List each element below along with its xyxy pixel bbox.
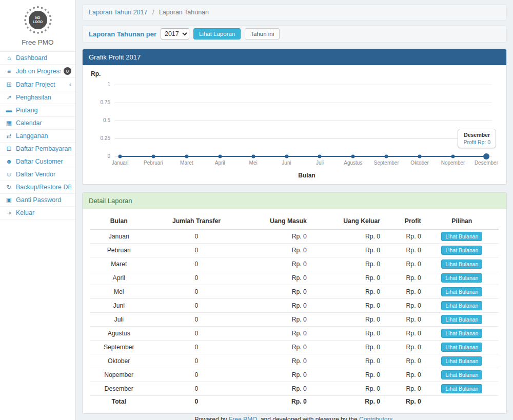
cell-profit: Rp. 0	[384, 354, 425, 368]
chart-point-juli[interactable]	[318, 155, 322, 158]
sidebar-item-daftar-customer[interactable]: ☻ Daftar Customer	[0, 155, 75, 168]
total-keluar: Rp. 0	[311, 396, 384, 408]
lihat-bulanan-button[interactable]: Lihat Bulanan	[441, 232, 482, 241]
lihat-laporan-button[interactable]: Lihat Laporan	[193, 28, 241, 39]
gridline	[114, 85, 492, 85]
cell-bulan: Maret	[90, 257, 147, 271]
table-row: Januari0Rp. 0Rp. 0Rp. 0Lihat Bulanan	[90, 229, 499, 244]
sidebar-item-penghasilan[interactable]: ↗ Penghasilan	[0, 91, 75, 104]
x-tick-label: Nopember	[441, 160, 465, 166]
chart-point-mei[interactable]	[251, 155, 255, 158]
cell-jumlah: 0	[147, 341, 245, 354]
y-tick-label: 0.75	[91, 99, 110, 105]
filter-label: Laporan Tahunan per	[89, 30, 156, 38]
sidebar-item-keluar[interactable]: ⇥ Keluar	[0, 207, 75, 219]
sidebar-item-backup-restore-db[interactable]: ↻ Backup/Restore DB	[0, 181, 75, 194]
lihat-bulanan-button[interactable]: Lihat Bulanan	[441, 273, 482, 283]
cell-masuk: Rp. 0	[245, 285, 310, 299]
sidebar-item-ganti-password[interactable]: ▣ Ganti Password	[0, 194, 75, 207]
chart-point-juni[interactable]	[285, 155, 288, 158]
cell-profit: Rp. 0	[384, 257, 425, 271]
calendar-icon: ▦	[5, 119, 13, 127]
chart-body: Rp. Desember Profit Rp: 0 00.250.50.751J…	[83, 65, 506, 184]
column-header-uang-masuk: Uang Masuk	[245, 213, 310, 229]
x-tick-label: April	[215, 160, 225, 166]
sidebar-item-langganan[interactable]: ⇄ Langganan	[0, 130, 75, 143]
x-tick-label: September	[374, 160, 399, 166]
lihat-bulanan-button[interactable]: Lihat Bulanan	[441, 370, 482, 379]
table-row: Maret0Rp. 0Rp. 0Rp. 0Lihat Bulanan	[90, 257, 499, 271]
breadcrumb-separator: /	[152, 9, 154, 16]
y-tick-label: 0	[91, 153, 110, 159]
chart-point-oktober[interactable]	[418, 155, 422, 158]
sidebar-item-dashboard[interactable]: ⌂ Dashboard	[0, 52, 75, 65]
sidebar-item-daftar-project[interactable]: ⊞ Daftar Project ‹	[0, 78, 75, 91]
column-header-uang-keluar: Uang Keluar	[311, 213, 384, 229]
chart-point-januari[interactable]	[119, 155, 122, 158]
lock-icon: ▣	[5, 196, 13, 204]
count-badge: 0	[64, 67, 71, 75]
filter-bar: Laporan Tahunan per 2017 Lihat Laporan T…	[82, 25, 507, 43]
table-row: Oktober0Rp. 0Rp. 0Rp. 0Lihat Bulanan	[90, 354, 499, 368]
sidebar-item-piutang[interactable]: ▬ Piutang	[0, 104, 75, 117]
lihat-bulanan-button[interactable]: Lihat Bulanan	[441, 329, 482, 338]
cell-jumlah: 0	[147, 244, 245, 257]
lihat-bulanan-button[interactable]: Lihat Bulanan	[441, 356, 482, 366]
detail-panel: Detail Laporan BulanJumlah TransferUang …	[82, 192, 507, 414]
cell-pilihan: Lihat Bulanan	[425, 368, 499, 382]
free-pmo-link[interactable]: Free PMO	[229, 416, 257, 420]
lihat-bulanan-button[interactable]: Lihat Bulanan	[441, 384, 482, 393]
chart-point-nopember[interactable]	[451, 155, 455, 158]
x-tick-label: Pebruari	[144, 160, 163, 166]
cell-keluar: Rp. 0	[311, 271, 384, 285]
cell-jumlah: 0	[147, 382, 245, 396]
table-row: Juni0Rp. 0Rp. 0Rp. 0Lihat Bulanan	[90, 299, 499, 313]
cell-bulan: Juli	[90, 313, 147, 327]
year-select[interactable]: 2017	[161, 28, 189, 39]
x-tick-label: Juli	[316, 160, 324, 166]
x-tick-label: Januari	[112, 160, 129, 166]
cell-masuk: Rp. 0	[245, 229, 310, 244]
table-row: Agustus0Rp. 0Rp. 0Rp. 0Lihat Bulanan	[90, 327, 499, 341]
report-table: BulanJumlah TransferUang MasukUang Kelua…	[90, 213, 499, 407]
chart-point-agustus[interactable]	[351, 155, 355, 158]
cell-keluar: Rp. 0	[311, 299, 384, 313]
table-row: Nopember0Rp. 0Rp. 0Rp. 0Lihat Bulanan	[90, 368, 499, 382]
table-row: Mei0Rp. 0Rp. 0Rp. 0Lihat Bulanan	[90, 285, 499, 299]
cell-keluar: Rp. 0	[311, 341, 384, 354]
contributors-link[interactable]: Contributors	[359, 416, 392, 420]
breadcrumb-current: Laporan Tahunan	[159, 9, 209, 16]
chart-point-pebruari[interactable]	[151, 155, 155, 158]
cell-masuk: Rp. 0	[245, 368, 310, 382]
gridline	[114, 103, 492, 103]
lihat-bulanan-button[interactable]: Lihat Bulanan	[441, 301, 482, 310]
chart-panel: Grafik Profit 2017 Rp. Desember Profit R…	[82, 49, 507, 185]
chart-point-april[interactable]	[218, 155, 222, 158]
lihat-bulanan-button[interactable]: Lihat Bulanan	[441, 287, 482, 296]
sidebar-item-daftar-pembayaran[interactable]: ⊟ Daftar Pembayaran	[0, 143, 75, 155]
sidebar-item-daftar-vendor[interactable]: ☺ Daftar Vendor	[0, 168, 75, 181]
breadcrumb-link[interactable]: Laporan Tahun 2017	[89, 9, 147, 16]
tahun-ini-button[interactable]: Tahun ini	[245, 28, 280, 39]
dashboard-icon: ⌂	[5, 54, 13, 62]
lihat-bulanan-button[interactable]: Lihat Bulanan	[441, 343, 482, 352]
lihat-bulanan-button[interactable]: Lihat Bulanan	[441, 315, 482, 324]
cell-pilihan: Lihat Bulanan	[425, 382, 499, 396]
chart-point-desember[interactable]	[483, 153, 489, 159]
subscription-icon: ⇄	[5, 132, 13, 139]
lihat-bulanan-button[interactable]: Lihat Bulanan	[441, 259, 482, 269]
table-row: Desember0Rp. 0Rp. 0Rp. 0Lihat Bulanan	[90, 382, 499, 396]
main-content: Laporan Tahun 2017 / Laporan Tahunan Lap…	[76, 0, 513, 420]
sidebar-item-job-on-progress[interactable]: ≡ Job on Progress 0	[0, 65, 75, 78]
table-row: April0Rp. 0Rp. 0Rp. 0Lihat Bulanan	[90, 271, 499, 285]
detail-title: Detail Laporan	[83, 193, 506, 209]
table-row: Juli0Rp. 0Rp. 0Rp. 0Lihat Bulanan	[90, 313, 499, 327]
chart-point-september[interactable]	[385, 155, 388, 158]
lihat-bulanan-button[interactable]: Lihat Bulanan	[441, 246, 482, 255]
cell-bulan: Oktober	[90, 354, 147, 368]
column-header-bulan: Bulan	[90, 213, 147, 229]
cell-masuk: Rp. 0	[245, 299, 310, 313]
sidebar-item-calendar[interactable]: ▦ Calendar	[0, 117, 75, 130]
chart-point-maret[interactable]	[185, 155, 188, 158]
logo-area: NO LOGO Free PMO	[0, 0, 75, 52]
